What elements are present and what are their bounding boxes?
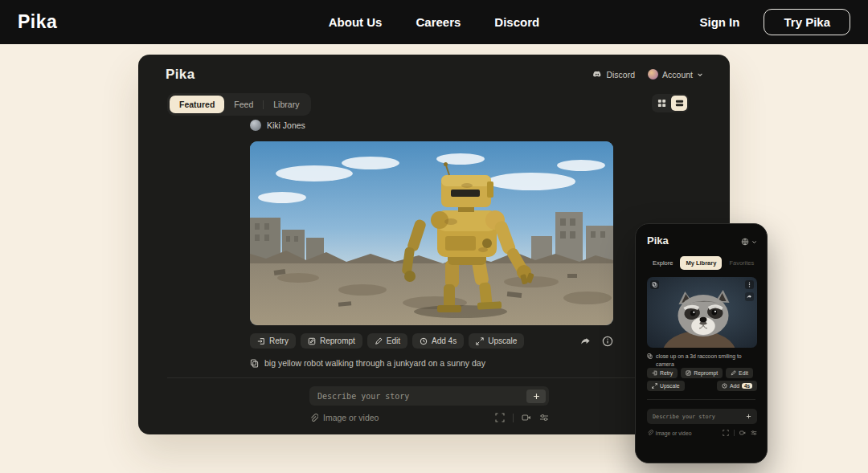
prompt-input[interactable] xyxy=(317,392,526,401)
pika-logo[interactable]: Pika xyxy=(18,11,57,33)
composer-meta-row: Image or video xyxy=(309,413,549,422)
phone-header-actions xyxy=(741,238,757,246)
post-caption: big yellow robot walking through a junky… xyxy=(264,358,485,368)
plus-icon xyxy=(533,393,540,400)
tab-feed[interactable]: Feed xyxy=(224,96,263,113)
aspect-ratio-icon[interactable] xyxy=(723,430,729,436)
upscale-icon xyxy=(476,337,484,345)
phone-retry-button[interactable]: Retry xyxy=(647,368,678,378)
grid-view-icon xyxy=(657,99,666,108)
edit-button[interactable]: Edit xyxy=(367,333,407,349)
nav-link-about-us[interactable]: About Us xyxy=(329,15,383,29)
sliders-icon[interactable] xyxy=(539,413,549,422)
phone-tabs: Explore My Library Favorites xyxy=(647,256,760,270)
phone-prompt-bar[interactable] xyxy=(647,409,757,424)
info-icon[interactable] xyxy=(602,336,613,347)
view-toggle xyxy=(652,94,689,112)
phone-caption-row: close up on a 3d raccoon smiling to came… xyxy=(647,353,757,368)
phone-reprompt-label: Reprompt xyxy=(694,370,718,376)
retry-icon xyxy=(652,370,657,376)
aspect-ratio-icon[interactable] xyxy=(495,413,505,422)
submit-prompt-button[interactable] xyxy=(526,389,546,403)
phone-action-row-2: Upscale Add 4s xyxy=(647,381,757,391)
phone-tab-explore[interactable]: Explore xyxy=(647,256,678,270)
reprompt-button[interactable]: Reprompt xyxy=(301,333,362,349)
attach-media-button[interactable]: Image or video xyxy=(309,413,379,422)
nav-actions: Sign In Try Pika xyxy=(699,9,850,35)
discord-icon xyxy=(592,70,602,80)
phone-app-mockup: Pika Explore My Library Favorites xyxy=(635,223,768,463)
sliders-icon[interactable] xyxy=(751,430,757,436)
composer-divider xyxy=(167,377,701,378)
phone-pika-logo: Pika xyxy=(647,234,669,247)
post-side-icons xyxy=(580,336,613,347)
edit-icon xyxy=(375,337,383,345)
author-avatar xyxy=(250,120,261,131)
paperclip-icon xyxy=(647,430,653,436)
chevron-down-icon xyxy=(697,71,703,78)
nav-link-careers[interactable]: Careers xyxy=(416,15,461,29)
phone-edit-button[interactable]: Edit xyxy=(726,368,753,378)
upscale-label: Upscale xyxy=(488,336,517,345)
share-icon[interactable] xyxy=(580,336,592,347)
raccoon-video-card[interactable] xyxy=(647,277,757,348)
copy-icon[interactable] xyxy=(647,353,653,359)
phone-action-row-1: Retry Reprompt Edit xyxy=(647,368,757,378)
globe-icon[interactable] xyxy=(741,238,749,246)
post-author: Kiki Jones xyxy=(250,120,613,131)
phone-composer-divider xyxy=(647,399,755,400)
icon-divider xyxy=(734,430,735,436)
author-name[interactable]: Kiki Jones xyxy=(267,120,305,130)
phone-tab-favorites[interactable]: Favorites xyxy=(723,256,760,270)
phone-composer-meta: Image or video xyxy=(647,430,757,436)
chevron-down-icon[interactable] xyxy=(751,239,757,245)
card-copy-button[interactable] xyxy=(650,280,659,289)
try-pika-button[interactable]: Try Pika xyxy=(764,9,850,35)
card-more-button[interactable] xyxy=(745,280,754,289)
phone-add-4s-button[interactable]: Add 4s xyxy=(717,381,757,391)
phone-submit-prompt-button[interactable] xyxy=(743,411,755,422)
phone-prompt-input[interactable] xyxy=(653,414,743,420)
raccoon-illustration xyxy=(647,277,757,348)
retry-button[interactable]: Retry xyxy=(250,333,296,349)
tab-library[interactable]: Library xyxy=(264,96,309,113)
phone-edit-label: Edit xyxy=(739,370,748,376)
nav-links: About Us Careers Discord xyxy=(329,15,539,29)
account-menu[interactable]: Account xyxy=(648,69,703,80)
copy-icon[interactable] xyxy=(250,359,259,368)
phone-caption: close up on a 3d raccoon smiling to came… xyxy=(656,353,757,368)
post-action-buttons: Retry Reprompt Edit Add 4s Upscale xyxy=(250,333,524,349)
phone-tab-my-library[interactable]: My Library xyxy=(680,256,722,270)
add-4s-button[interactable]: Add 4s xyxy=(412,333,464,349)
card-share-button[interactable] xyxy=(745,292,754,301)
copy-icon xyxy=(652,282,657,287)
dots-vertical-icon xyxy=(747,282,752,287)
tab-featured[interactable]: Featured xyxy=(170,96,224,113)
post-caption-row: big yellow robot walking through a junky… xyxy=(250,358,613,368)
discord-link[interactable]: Discord xyxy=(592,70,635,80)
phone-add-label: Add xyxy=(730,383,739,389)
robot-junkyard-video[interactable] xyxy=(250,141,613,325)
reprompt-icon xyxy=(308,337,316,345)
phone-attach-media-button[interactable]: Image or video xyxy=(647,430,691,436)
retry-icon xyxy=(257,337,265,345)
nav-link-discord[interactable]: Discord xyxy=(494,15,539,29)
sign-in-link[interactable]: Sign In xyxy=(699,15,739,29)
desktop-composer: Image or video xyxy=(309,386,549,422)
grid-view-button[interactable] xyxy=(653,96,669,111)
feed-tabs: Featured Feed Library xyxy=(167,93,311,116)
icon-divider xyxy=(513,414,514,422)
prompt-bar[interactable] xyxy=(309,386,549,406)
upscale-button[interactable]: Upscale xyxy=(469,333,524,349)
desktop-pika-logo: Pika xyxy=(166,67,195,83)
list-view-button[interactable] xyxy=(671,96,687,111)
phone-retry-label: Retry xyxy=(660,370,673,376)
list-view-icon xyxy=(675,99,684,108)
camera-icon[interactable] xyxy=(739,430,746,436)
share-icon xyxy=(747,294,752,300)
phone-reprompt-button[interactable]: Reprompt xyxy=(681,368,723,378)
phone-upscale-button[interactable]: Upscale xyxy=(647,381,685,391)
account-avatar xyxy=(648,69,658,80)
camera-icon[interactable] xyxy=(522,413,531,422)
attach-media-label: Image or video xyxy=(323,413,379,422)
